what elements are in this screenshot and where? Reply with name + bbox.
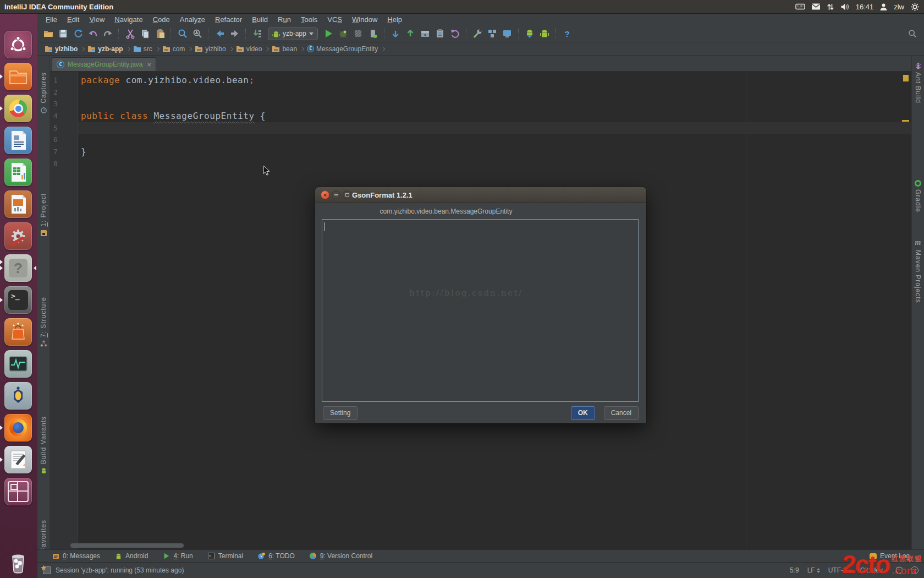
rollback-button[interactable]: [449, 28, 461, 40]
vcs-commit-button[interactable]: [404, 28, 417, 40]
breadcrumb-item-yzb-app[interactable]: yzb-app: [86, 45, 124, 53]
menu-help[interactable]: Help: [382, 14, 407, 25]
toolwindow-todo[interactable]: 6: TODO: [257, 552, 295, 560]
error-stripe-mark[interactable]: [902, 120, 909, 122]
synchronize-button[interactable]: [72, 28, 84, 40]
search-everywhere-button[interactable]: [906, 28, 919, 40]
horizontal-scrollbar[interactable]: [70, 543, 184, 548]
menu-build[interactable]: Build: [247, 14, 273, 25]
run-button[interactable]: [322, 28, 335, 40]
launcher-item-terminal[interactable]: >_: [4, 286, 32, 314]
json-input-textarea[interactable]: http://blog.csdn.net/: [322, 219, 639, 402]
breadcrumb-item-src[interactable]: src: [131, 45, 154, 53]
redo-button[interactable]: [101, 28, 114, 40]
avd-manager-button[interactable]: [538, 28, 551, 40]
launcher-item-firefox[interactable]: [4, 414, 32, 441]
toolwindow-structure[interactable]: 7: Structure: [37, 297, 50, 347]
open-button[interactable]: [42, 28, 54, 40]
caret-position-widget[interactable]: 5:9: [790, 566, 799, 574]
launcher-item-chrome[interactable]: [4, 95, 32, 122]
menu-run[interactable]: Run: [273, 14, 296, 25]
replace-button[interactable]: [191, 28, 204, 40]
setting-button[interactable]: Setting: [323, 406, 358, 420]
dialog-title-bar[interactable]: × GsonFormat 1.2.1: [315, 187, 646, 203]
toolwindow-terminal[interactable]: >_ Terminal: [207, 552, 243, 560]
breadcrumb-item-com[interactable]: com: [161, 45, 187, 53]
toolwindow-messages[interactable]: 0: Messages: [52, 552, 100, 560]
launcher-item-libreoffice-impress[interactable]: [4, 190, 32, 218]
back-button[interactable]: [213, 28, 226, 40]
window-maximize-button[interactable]: [343, 190, 351, 199]
breadcrumb-item-class[interactable]: CMessageGroupEntity: [305, 45, 380, 53]
toolwindow-maven-projects[interactable]: m Maven Projects: [912, 238, 924, 303]
breadcrumb-item-yizhibo[interactable]: yizhibo: [43, 45, 79, 53]
device-monitor-button[interactable]: [501, 28, 514, 40]
launcher-item-lantern[interactable]: [4, 382, 32, 410]
debug-button[interactable]: [337, 28, 350, 40]
menu-window[interactable]: Window: [347, 14, 382, 25]
run-configuration-select[interactable]: yzb-app: [268, 28, 318, 40]
menu-edit[interactable]: Edit: [62, 14, 84, 25]
keyboard-icon[interactable]: [795, 2, 805, 11]
vcs-shelf-button[interactable]: [419, 28, 432, 40]
mail-icon[interactable]: [811, 3, 821, 10]
menu-refactor[interactable]: Refactor: [210, 14, 247, 25]
menu-view[interactable]: View: [84, 14, 109, 25]
toolwindow-ant-build[interactable]: Ant Build: [912, 62, 924, 103]
breadcrumb-item-bean[interactable]: bean: [270, 45, 299, 53]
copy-button[interactable]: [139, 28, 151, 40]
cut-button[interactable]: [124, 28, 136, 40]
toolwindow-run[interactable]: 4: Run: [162, 552, 193, 560]
toolwindow-project[interactable]: 1: Project: [37, 193, 50, 237]
launcher-item-system-monitor[interactable]: [4, 350, 32, 378]
toolwindow-gradle[interactable]: Gradle: [912, 180, 924, 212]
find-button[interactable]: [176, 28, 189, 40]
download-sources-button[interactable]: [251, 28, 263, 40]
toolwindow-android[interactable]: Android: [114, 552, 148, 560]
launcher-item-workspace-switcher[interactable]: [4, 478, 32, 505]
help-button[interactable]: ?: [561, 28, 574, 40]
launcher-item-system-settings[interactable]: [4, 222, 32, 250]
undo-button[interactable]: [86, 28, 99, 40]
launcher-item-dash-home[interactable]: [4, 31, 32, 58]
launcher-item-files[interactable]: [4, 63, 32, 90]
menu-vcs[interactable]: VCS: [322, 14, 347, 25]
cancel-button[interactable]: Cancel: [604, 406, 639, 420]
vcs-update-button[interactable]: [389, 28, 402, 40]
tab-close-icon[interactable]: ×: [147, 61, 152, 69]
window-close-button[interactable]: ×: [321, 190, 329, 199]
menu-analyze[interactable]: Analyze: [175, 14, 210, 25]
attach-debugger-button[interactable]: [367, 28, 380, 40]
launcher-item-software-center[interactable]: [4, 318, 32, 346]
clock[interactable]: 16:41: [856, 3, 874, 11]
breadcrumb-item-yizhibo-pkg[interactable]: yizhibo: [193, 45, 227, 53]
launcher-item-intellij-window[interactable]: ?: [4, 254, 32, 282]
window-minimize-button[interactable]: [332, 190, 340, 199]
tab-messagegroupentity-java[interactable]: C MessageGroupEntity.java ×: [52, 57, 156, 71]
menu-file[interactable]: File: [41, 14, 62, 25]
menu-code[interactable]: Code: [148, 14, 175, 25]
toolwindow-captures[interactable]: Captures: [37, 72, 50, 113]
toolwindow-version-control[interactable]: 9: Version Control: [309, 552, 372, 560]
forward-button[interactable]: [228, 28, 241, 40]
project-structure-button[interactable]: [486, 28, 499, 40]
launcher-item-text-editor[interactable]: [4, 446, 32, 473]
launcher-item-libreoffice-calc[interactable]: [4, 159, 32, 186]
error-stripe-warning-indicator[interactable]: [903, 75, 909, 81]
ok-button[interactable]: OK: [571, 406, 595, 420]
sdk-manager-button[interactable]: [524, 28, 536, 40]
coverage-button[interactable]: [352, 28, 365, 40]
sound-icon[interactable]: [840, 3, 850, 11]
breadcrumb-item-video[interactable]: video: [234, 45, 264, 53]
network-arrows-icon[interactable]: [827, 3, 834, 11]
save-button[interactable]: [57, 28, 69, 40]
launcher-item-trash[interactable]: [4, 548, 32, 576]
launcher-item-libreoffice-writer[interactable]: [4, 127, 32, 154]
menu-navigate[interactable]: Navigate: [109, 14, 147, 25]
username[interactable]: zlw: [894, 3, 904, 11]
settings-button[interactable]: [471, 28, 484, 40]
vcs-changes-button[interactable]: [434, 28, 447, 40]
menu-tools[interactable]: Tools: [296, 14, 322, 25]
session-gear-icon[interactable]: [910, 2, 920, 12]
line-separator-widget[interactable]: LF: [807, 566, 820, 575]
